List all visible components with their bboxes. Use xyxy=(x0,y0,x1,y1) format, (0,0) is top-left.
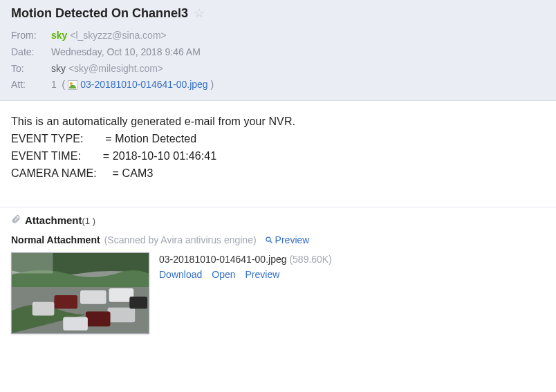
header-attachment-link[interactable]: 03-20181010-014641-00.jpeg xyxy=(80,79,208,90)
open-link[interactable]: Open xyxy=(212,269,235,280)
date-value: Wednesday, Oct 10, 2018 9:46 AM xyxy=(51,44,201,61)
att-label: Att: xyxy=(11,77,51,93)
from-label: From: xyxy=(11,28,51,44)
att-value: 1 ( 03-20181010-014641-00.jpeg ) xyxy=(51,77,214,93)
magnifier-icon xyxy=(265,236,273,244)
to-value: sky <sky@milesight.com> xyxy=(51,61,163,77)
preview-all-link[interactable]: Preview xyxy=(265,234,310,245)
body-event-time: EVENT TIME: = 2018-10-10 01:46:41 xyxy=(11,148,545,165)
from-name: sky xyxy=(51,30,67,41)
date-label: Date: xyxy=(11,44,51,61)
attachment-filesize: (589.60K) xyxy=(289,254,331,265)
paren-close: ) xyxy=(211,79,214,90)
svg-rect-7 xyxy=(108,308,136,323)
to-label: To: xyxy=(11,61,51,77)
paren-open: ( xyxy=(62,79,66,90)
email-header: Motion Detected On Channel3 ☆ From: sky … xyxy=(0,0,556,101)
normal-attachment-label: Normal Attachment xyxy=(11,234,100,245)
svg-rect-6 xyxy=(33,302,55,316)
image-file-icon xyxy=(68,80,77,90)
att-row: Att: 1 ( 03-20181010-014641-00.jpeg ) xyxy=(11,77,545,93)
svg-rect-5 xyxy=(54,295,77,309)
attachment-thumbnail[interactable] xyxy=(11,252,149,334)
body-intro: This is an automatically generated e-mai… xyxy=(11,113,545,131)
att-count: 1 xyxy=(51,79,57,90)
to-name: sky xyxy=(51,63,66,74)
attachment-title: Attachment xyxy=(25,214,82,226)
normal-attachment-row: Normal Attachment (Scanned by Avira anti… xyxy=(11,234,545,245)
body-event-type: EVENT TYPE: = Motion Detected xyxy=(11,131,545,148)
paperclip-icon xyxy=(11,214,21,226)
attachment-info: 03-20181010-014641-00.jpeg (589.60K) Dow… xyxy=(159,252,332,280)
svg-rect-8 xyxy=(86,312,111,327)
svg-rect-3 xyxy=(80,290,106,304)
attachment-header: Attachment(1 ) xyxy=(11,214,545,226)
from-value: sky <l_skyzzz@sina.com> xyxy=(51,28,167,44)
svg-point-0 xyxy=(266,237,270,241)
date-row: Date: Wednesday, Oct 10, 2018 9:46 AM xyxy=(11,44,545,61)
attachment-filename: 03-20181010-014641-00.jpeg xyxy=(159,254,287,265)
attachment-filename-row: 03-20181010-014641-00.jpeg (589.60K) xyxy=(159,254,332,265)
svg-rect-10 xyxy=(129,297,147,309)
download-link[interactable]: Download xyxy=(159,269,202,280)
from-row: From: sky <l_skyzzz@sina.com> xyxy=(11,28,545,44)
preview-all-text: Preview xyxy=(275,234,310,245)
attachment-item: 03-20181010-014641-00.jpeg (589.60K) Dow… xyxy=(11,252,545,334)
attachment-actions: Download Open Preview xyxy=(159,269,332,280)
to-row: To: sky <sky@milesight.com> xyxy=(11,61,545,77)
attachment-count: (1 ) xyxy=(82,216,96,226)
from-address: <l_skyzzz@sina.com> xyxy=(70,30,166,41)
attachment-section: Attachment(1 ) Normal Attachment (Scanne… xyxy=(0,207,556,346)
svg-rect-9 xyxy=(63,317,88,331)
body-camera-name: CAMERA NAME: = CAM3 xyxy=(11,165,545,183)
star-icon[interactable]: ☆ xyxy=(194,6,205,21)
svg-line-1 xyxy=(270,241,272,243)
scanned-label: (Scanned by Avira antivirus engine) xyxy=(104,234,257,245)
email-subject: Motion Detected On Channel3 xyxy=(11,6,188,21)
attachment-header-text: Attachment(1 ) xyxy=(25,214,95,226)
email-body: This is an automatically generated e-mai… xyxy=(0,101,556,207)
subject-line: Motion Detected On Channel3 ☆ xyxy=(11,6,545,21)
to-address: <sky@milesight.com> xyxy=(68,63,163,74)
preview-link[interactable]: Preview xyxy=(245,269,280,280)
svg-rect-11 xyxy=(12,253,53,273)
